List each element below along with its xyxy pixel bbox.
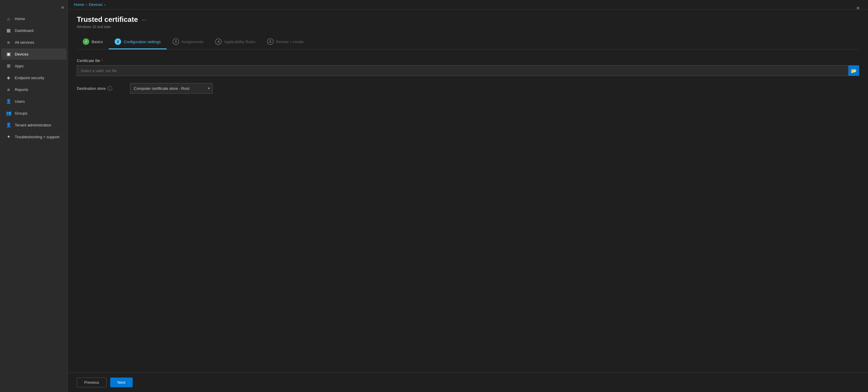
- sidebar-item-label-devices: Devices: [15, 52, 28, 56]
- sidebar-item-tenant-admin[interactable]: 👤 Tenant administration: [1, 119, 66, 130]
- sidebar-item-label-reports: Reports: [15, 87, 28, 92]
- tab-label-basics: Basics: [92, 39, 103, 44]
- destination-store-select[interactable]: Computer certificate store - Root Comput…: [130, 83, 213, 94]
- form-section: Certificate file * 📂 Destination store i: [77, 59, 859, 367]
- sidebar-item-troubleshooting[interactable]: ✦ Troubleshooting + support: [1, 131, 66, 142]
- dashboard-icon: ▦: [6, 28, 11, 33]
- sidebar-item-users[interactable]: 👤 Users: [1, 96, 66, 107]
- tab-circle-applicability: 4: [215, 38, 222, 45]
- destination-store-dropdown-wrapper: Computer certificate store - Root Comput…: [130, 83, 213, 94]
- folder-icon: 📂: [851, 68, 857, 73]
- breadcrumb: Home › Devices ›: [74, 2, 105, 7]
- sidebar-item-label-home: Home: [15, 17, 25, 21]
- tab-configuration[interactable]: 2 Configuration settings: [109, 35, 167, 49]
- tab-label-assignments: Assignments: [181, 39, 203, 44]
- sidebar-item-devices[interactable]: ▣ Devices: [1, 49, 66, 60]
- content-area: Trusted certificate ··· Windows 10 and l…: [68, 9, 868, 372]
- sidebar-item-label-tenant-admin: Tenant administration: [15, 123, 52, 127]
- page-subtitle: Windows 10 and later: [77, 25, 859, 29]
- sidebar-item-label-apps: Apps: [15, 64, 24, 68]
- apps-icon: ⊞: [6, 63, 11, 68]
- page-header: Trusted certificate ···: [77, 16, 859, 24]
- sidebar: « ⌂ Home ▦ Dashboard ≡ All services ▣ De…: [0, 0, 68, 392]
- sidebar-item-label-groups: Groups: [15, 111, 28, 116]
- sidebar-item-apps[interactable]: ⊞ Apps: [1, 60, 66, 71]
- groups-icon: 👥: [6, 111, 11, 116]
- destination-store-row: Destination store i Computer certificate…: [77, 83, 859, 94]
- footer: Previous Next: [68, 372, 868, 392]
- tab-circle-basics: ✓: [83, 38, 89, 45]
- certificate-file-input[interactable]: [77, 65, 848, 76]
- breadcrumb-sep-2: ›: [104, 3, 105, 7]
- topbar: Home › Devices ›: [68, 0, 868, 9]
- tab-circle-review: 5: [267, 38, 274, 45]
- sidebar-item-label-endpoint-security: Endpoint security: [15, 76, 44, 80]
- devices-icon: ▣: [6, 51, 11, 57]
- reports-icon: ≡: [6, 87, 11, 92]
- page-title: Trusted certificate: [77, 16, 138, 24]
- tab-review-create[interactable]: 5 Review + create: [261, 35, 310, 49]
- home-icon: ⌂: [6, 16, 11, 21]
- next-button[interactable]: Next: [110, 378, 133, 387]
- breadcrumb-sep-1: ›: [86, 3, 87, 7]
- required-indicator: *: [101, 59, 103, 63]
- sidebar-item-label-all-services: All services: [15, 40, 34, 44]
- troubleshooting-icon: ✦: [6, 134, 11, 140]
- tab-label-configuration: Configuration settings: [123, 39, 161, 44]
- tab-basics[interactable]: ✓ Basics: [77, 35, 109, 49]
- tab-assignments[interactable]: 3 Assignments: [167, 35, 209, 49]
- sidebar-item-home[interactable]: ⌂ Home: [1, 13, 66, 24]
- more-options-icon[interactable]: ···: [142, 16, 147, 23]
- tenant-admin-icon: 👤: [6, 122, 11, 128]
- tab-label-applicability-rules: Applicability Rules: [224, 39, 255, 44]
- sidebar-item-reports[interactable]: ≡ Reports: [1, 84, 66, 95]
- main-content: Home › Devices › Trusted certificate ···…: [68, 0, 868, 392]
- certificate-file-row: 📂: [77, 65, 859, 76]
- sidebar-item-label-users: Users: [15, 99, 25, 104]
- wizard-tabs: ✓ Basics 2 Configuration settings 3 Assi…: [77, 35, 859, 50]
- all-services-icon: ≡: [6, 39, 11, 45]
- certificate-file-label: Certificate file *: [77, 59, 859, 63]
- destination-store-label: Destination store i: [77, 86, 124, 91]
- previous-button[interactable]: Previous: [77, 378, 107, 387]
- tab-circle-configuration: 2: [115, 38, 121, 45]
- tab-label-review-create: Review + create: [276, 39, 304, 44]
- sidebar-item-all-services[interactable]: ≡ All services: [1, 37, 66, 48]
- sidebar-item-label-dashboard: Dashboard: [15, 28, 34, 33]
- file-browse-button[interactable]: 📂: [848, 65, 859, 76]
- users-icon: 👤: [6, 99, 11, 104]
- endpoint-security-icon: ◈: [6, 75, 11, 80]
- tab-circle-assignments: 3: [173, 38, 179, 45]
- sidebar-item-dashboard[interactable]: ▦ Dashboard: [1, 25, 66, 36]
- breadcrumb-devices[interactable]: Devices: [89, 2, 102, 7]
- tab-applicability-rules[interactable]: 4 Applicability Rules: [209, 35, 261, 49]
- breadcrumb-home[interactable]: Home: [74, 2, 84, 7]
- sidebar-item-label-troubleshooting: Troubleshooting + support: [15, 135, 59, 139]
- sidebar-collapse-btn[interactable]: «: [0, 3, 68, 13]
- destination-store-info-icon[interactable]: i: [107, 86, 112, 91]
- collapse-icon[interactable]: «: [61, 4, 64, 10]
- sidebar-item-endpoint-security[interactable]: ◈ Endpoint security: [1, 72, 66, 83]
- close-button[interactable]: ×: [854, 4, 862, 13]
- sidebar-item-groups[interactable]: 👥 Groups: [1, 108, 66, 119]
